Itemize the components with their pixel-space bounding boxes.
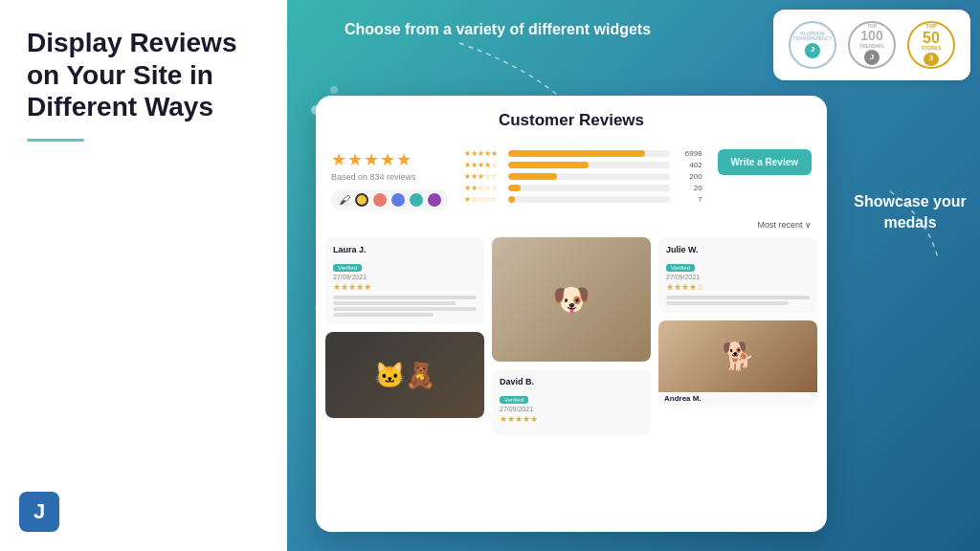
- bar-1-fill: [508, 196, 515, 203]
- widget-top-row: ★★★★★ Based on 834 reviews 🖌: [316, 149, 827, 220]
- reviewer-laura-date: 27/09/2021: [333, 274, 477, 280]
- customize-text: Customize and tailor it to your theme st…: [10, 396, 182, 436]
- choose-widgets-text: Choose from a variety of different widge…: [345, 19, 651, 40]
- color-dot-purple[interactable]: [428, 193, 441, 207]
- review-card-cats-image: 🐱🧸: [325, 332, 484, 418]
- reviewer-david-date: 27/09/2021: [500, 406, 643, 412]
- color-dot-teal[interactable]: [410, 193, 423, 207]
- medal-top100-badge: J: [864, 50, 880, 65]
- review-card-dog-image: 🐶: [492, 237, 651, 362]
- reviewer-laura-name: Laura J.: [333, 245, 477, 254]
- bar-2-track: [508, 185, 670, 191]
- bar-5-stars: ★★★★★: [464, 149, 502, 158]
- color-dot-blue[interactable]: [391, 193, 405, 207]
- reviewer-david-name: David B.: [500, 377, 643, 386]
- showcase-medals-text: Showcase your medals: [848, 191, 972, 234]
- review-card-dog2-image: 🐕 Andrea M.: [658, 320, 817, 407]
- reviewer-julie-lines: [666, 296, 810, 305]
- medal-top50-badge: 3: [924, 53, 939, 66]
- reviews-grid: Laura J. Verified 27/09/2021 ★★★★★: [316, 237, 827, 501]
- paint-icon: 🖌: [339, 193, 350, 207]
- bar-1-stars: ★☆☆☆☆: [464, 195, 502, 204]
- bar-row-5: ★★★★★ 6998: [464, 149, 702, 158]
- cats-image: 🐱🧸: [325, 332, 484, 418]
- reviewer-laura-verified: Verified: [333, 264, 362, 272]
- medal-platinum-circle: PLATINUM TRANSPARENCY J: [789, 21, 836, 69]
- bar-4-stars: ★★★★☆: [464, 161, 502, 169]
- bar-1-track: [508, 196, 670, 203]
- most-recent-dropdown[interactable]: Most recent ∨: [316, 220, 827, 237]
- reviewer-julie-stars: ★★★★☆: [666, 282, 810, 292]
- rating-summary: ★★★★★ Based on 834 reviews 🖌: [331, 149, 449, 210]
- color-dot-yellow[interactable]: [355, 193, 368, 207]
- medal-top50-circle: TOP 50 STORES 3: [907, 21, 955, 69]
- reviewer-andrea-name: Andrea M.: [658, 392, 817, 405]
- reviewer-julie-name: Julie W.: [666, 245, 810, 254]
- bar-2-stars: ★★☆☆☆: [464, 184, 502, 192]
- based-on-text: Based on 834 reviews: [331, 172, 416, 182]
- bar-row-4: ★★★★☆ 402: [464, 161, 702, 169]
- widget-header: Customer Reviews: [316, 96, 827, 149]
- main-title: Display Reviews on Your Site in Differen…: [27, 27, 260, 123]
- review-line: [333, 313, 434, 317]
- medal-top50: TOP 50 STORES 3: [907, 21, 955, 69]
- dog-image: 🐶: [492, 237, 651, 362]
- reviewer-david-stars: ★★★★★: [500, 414, 643, 424]
- title-underline: [27, 139, 84, 142]
- medal-platinum-badge: J: [805, 43, 820, 58]
- overall-stars: ★★★★★: [331, 149, 412, 170]
- widget-card: Customer Reviews ★★★★★ Based on 834 revi…: [316, 96, 827, 532]
- bar-3-track: [508, 173, 670, 180]
- bar-1-count: 7: [676, 195, 702, 204]
- medal-platinum: PLATINUM TRANSPARENCY J: [789, 21, 836, 69]
- write-review-button[interactable]: Write a Review: [718, 149, 812, 175]
- reviewer-david-verified: Verified: [500, 396, 528, 404]
- reviewer-laura-stars: ★★★★★: [333, 282, 477, 292]
- col-1: Laura J. Verified 27/09/2021 ★★★★★: [325, 237, 484, 492]
- review-line: [333, 307, 477, 311]
- bar-row-2: ★★☆☆☆ 20: [464, 184, 702, 192]
- dot-accent-2: [330, 86, 338, 94]
- bar-row-1: ★☆☆☆☆ 7: [464, 195, 702, 204]
- right-section: Choose from a variety of different widge…: [287, 0, 980, 551]
- col-2: 🐶 David B. Verified 27/09/2021 ★★★★★: [492, 237, 651, 492]
- medal-top100: TOP 100 TRENDING J: [848, 21, 896, 69]
- left-section: Display Reviews on Your Site in Differen…: [0, 0, 287, 551]
- bar-2-fill: [508, 185, 521, 191]
- bar-5-track: [508, 150, 670, 157]
- bar-5-fill: [508, 150, 645, 157]
- color-dot-red[interactable]: [373, 193, 387, 207]
- review-line: [666, 301, 789, 305]
- bar-4-count: 402: [676, 161, 702, 169]
- reviewer-laura-lines: [333, 296, 477, 317]
- col-3: Julie W. Verified 27/09/2021 ★★★★☆ 🐕 And…: [658, 237, 817, 492]
- review-line: [666, 296, 810, 299]
- bar-3-fill: [508, 173, 557, 180]
- bar-4-fill: [508, 162, 589, 168]
- medals-container: PLATINUM TRANSPARENCY J TOP 100 TRENDING…: [773, 10, 970, 80]
- bar-4-track: [508, 162, 670, 168]
- bar-3-count: 200: [676, 172, 702, 181]
- reviewer-julie-verified: Verified: [666, 264, 695, 272]
- reviewer-julie-date: 27/09/2021: [666, 274, 810, 280]
- star-bars-section: ★★★★★ 6998 ★★★★☆ 402 ★★★☆☆: [464, 149, 702, 207]
- review-card-laura: Laura J. Verified 27/09/2021 ★★★★★: [325, 237, 484, 324]
- main-container: Display Reviews on Your Site in Differen…: [0, 0, 980, 551]
- dog2-image: 🐕: [658, 320, 817, 392]
- widget-title: Customer Reviews: [335, 111, 808, 130]
- review-card-david: David B. Verified 27/09/2021 ★★★★★: [492, 369, 651, 435]
- review-line: [333, 301, 456, 305]
- bar-2-count: 20: [676, 184, 702, 192]
- medal-top100-circle: TOP 100 TRENDING J: [848, 21, 896, 69]
- review-line: [333, 296, 477, 299]
- j-logo: J: [19, 492, 59, 532]
- bar-row-3: ★★★☆☆ 200: [464, 172, 702, 181]
- review-card-julie: Julie W. Verified 27/09/2021 ★★★★☆: [658, 237, 817, 313]
- bar-3-stars: ★★★☆☆: [464, 172, 502, 181]
- color-picker[interactable]: 🖌: [331, 189, 449, 210]
- bar-5-count: 6998: [676, 149, 702, 158]
